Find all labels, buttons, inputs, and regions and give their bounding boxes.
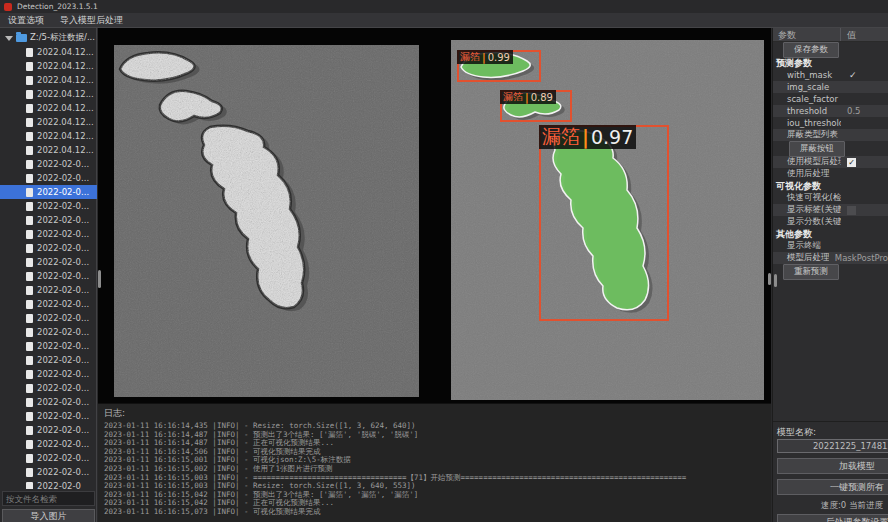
param-row-img-scale[interactable]: img_scale [773,81,888,93]
tree-file-item[interactable]: 2022-02-0... [0,171,97,185]
detection-label-3: 漏箔 | 0.97 [539,125,636,149]
app-window: Detection_2023.1.5.1 设置选项 导入模型后处理 Z:/5-标… [0,0,888,522]
mask-button[interactable]: 屏蔽按钮 [789,141,845,157]
param-row-mask-type-list[interactable]: 屏蔽类型列表 [773,129,888,141]
file-icon [26,342,33,351]
load-model-button[interactable]: 加载模型 [777,458,888,474]
param-row-with-mask[interactable]: with_mask ✓ [773,69,888,81]
postprocess-settings-button[interactable]: 后处理参数设置 [777,514,888,522]
tree-file-item[interactable]: 2022-02-0... [0,451,97,465]
param-row-threshold[interactable]: threshold 0.5 [773,105,888,117]
tree-file-item[interactable]: 2022.04.12... [0,73,97,87]
tree-file-label: 2022.04.12... [37,145,94,155]
file-icon [26,328,33,337]
tree-file-label: 2022-02-0... [37,201,89,211]
tree-root-folder[interactable]: Z:/5-标注数据/... [0,31,97,45]
tree-file-item[interactable]: 2022.04.12... [0,45,97,59]
log-panel[interactable]: 日志: 2023-01-11 16:16:14,435 |INFO| - Res… [98,403,771,522]
file-icon [26,216,33,225]
save-params-button[interactable]: 保存参数 [783,42,839,58]
tree-file-item[interactable]: 2022-02-0... [0,199,97,213]
file-icon [26,90,33,99]
tree-file-item[interactable]: 2022-02-0... [0,423,97,437]
checkbox-empty-icon[interactable] [847,206,856,215]
model-section: 模型名称: 20221225_174813... 加载模型 一键预测所有 速度:… [773,421,888,522]
param-row-iou-threshold[interactable]: iou_threshold [773,117,888,129]
repredict-button[interactable]: 重新预测 [783,264,839,280]
tree-file-label: 2022.04.12... [37,131,94,141]
tree-file-label: 2022-02-0... [37,411,89,421]
tree-file-item[interactable]: 2022-02-0... [0,325,97,339]
tree-file-item[interactable]: 2022-02-0... [0,213,97,227]
tree-file-item[interactable]: 2022-02-0... [0,157,97,171]
file-icon [26,146,33,155]
prediction-image-canvas[interactable]: 漏箔 | 0.99 漏箔 | 0.89 漏箔 | 0.97 [451,40,764,400]
param-row-show-scores[interactable]: 显示分数(关键点) [773,216,888,228]
tree-file-item[interactable]: 2022-02-0... [0,353,97,367]
params-scrollbar[interactable] [774,274,777,287]
tree-file-item[interactable]: 2022-02-0... [0,395,97,409]
detection-score: 0.99 [488,52,510,63]
detection-label-separator: | [525,92,529,103]
tree-file-item[interactable]: 2022-02-0 [0,479,97,489]
file-icon [26,482,33,490]
detection-score: 0.97 [591,126,633,148]
tree-file-item[interactable]: 2022-02-0... [0,311,97,325]
param-row-fast-visualization[interactable]: 快速可视化(检测) [773,192,888,204]
file-icon [26,258,33,267]
file-icon [26,244,33,253]
tree-file-item[interactable]: 2022.04.12... [0,129,97,143]
original-image-canvas[interactable] [114,45,419,397]
tree-file-item[interactable]: 2022-02-0... [0,297,97,311]
tree-file-item[interactable]: 2022-02-0... [0,227,97,241]
tree-file-label: 2022-02-0... [37,299,89,309]
checkbox-checked-icon[interactable]: ✓ [847,158,856,167]
params-table-header: 参数 值 [773,28,888,42]
tree-file-item[interactable]: 2022-02-0... [0,255,97,269]
tree-file-item[interactable]: 2022.04.12... [0,115,97,129]
tree-file-label: 2022-02-0... [37,425,89,435]
tree-file-item[interactable]: 2022-02-0... [0,339,97,353]
tree-file-item[interactable]: 2022-02-0... [0,241,97,255]
file-tree[interactable]: Z:/5-标注数据/... 2022.04.12... 2022.04.12..… [0,31,97,489]
tree-file-label: 2022-02-0 [37,481,81,489]
file-icon [26,104,33,113]
param-row-use-model-postprocess[interactable]: 使用模型后处理 ✓ [773,156,888,168]
filename-search-input[interactable] [2,491,95,506]
tree-file-item[interactable]: 2022.04.12... [0,143,97,157]
tree-file-label: 2022-02-0... [37,369,89,379]
tree-file-item[interactable]: 2022-02-0... [0,465,97,479]
tree-file-label: 2022.04.12... [37,103,94,113]
import-images-button[interactable]: 导入图片 [2,509,95,522]
tree-file-label: 2022-02-0... [37,285,89,295]
tree-file-item[interactable]: 2022-02-0... [0,269,97,283]
tree-file-item[interactable]: 2022.04.12... [0,87,97,101]
tree-file-item[interactable]: 2022.04.12... [0,101,97,115]
menu-item-import-postprocess[interactable]: 导入模型后处理 [60,14,123,27]
param-row-scale-factor[interactable]: scale_factor [773,93,888,105]
file-icon [26,300,33,309]
speed-progress-text: 速度:0 当前进度 [773,500,888,512]
tree-file-item[interactable]: 2022.04.12... [0,59,97,73]
predict-all-button[interactable]: 一键预测所有 [777,479,888,495]
tree-file-item[interactable]: 2022-02-0... [0,283,97,297]
param-row-model-postprocessor[interactable]: 模型后处理器 MaskPostPro [773,252,888,264]
menu-item-settings[interactable]: 设置选项 [8,14,44,27]
param-row-use-postprocess[interactable]: 使用后处理 [773,168,888,180]
viewer-left-scrollbar[interactable] [98,270,101,288]
tree-file-item[interactable]: 2022-02-0... [0,185,97,199]
tree-file-item[interactable]: 2022-02-0... [0,367,97,381]
tree-file-label: 2022-02-0... [37,355,89,365]
model-name-field[interactable]: 20221225_174813... [777,439,888,453]
viewer-right-scrollbar[interactable] [768,273,771,285]
param-row-show-terminal[interactable]: 显示终端 [773,240,888,252]
file-icon [26,286,33,295]
chevron-down-icon[interactable] [5,36,13,41]
tree-file-item[interactable]: 2022-02-0... [0,437,97,451]
tree-file-item[interactable]: 2022-02-0... [0,381,97,395]
tree-root-label: Z:/5-标注数据/... [30,32,95,44]
param-row-show-labels[interactable]: 显示标签(关键点) [773,204,888,216]
image-viewer: 漏箔 | 0.99 漏箔 | 0.89 漏箔 | 0.97 [98,28,771,403]
tree-file-label: 2022.04.12... [37,89,94,99]
tree-file-item[interactable]: 2022-02-0... [0,409,97,423]
